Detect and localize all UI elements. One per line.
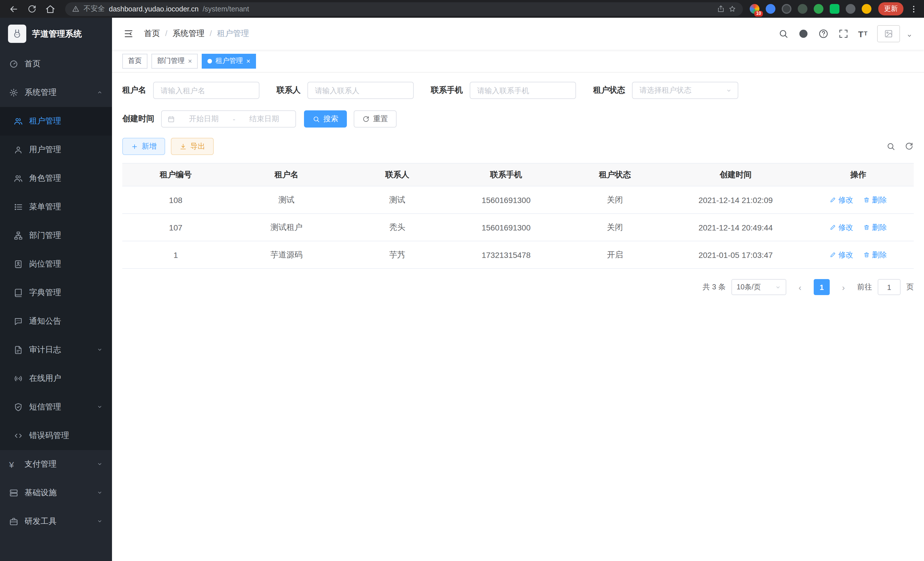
sidebar: 芋道管理系统 首页 系统管理 租户管理 (0, 18, 112, 561)
reset-button[interactable]: 重置 (354, 110, 397, 128)
chevron-down-icon (97, 488, 103, 498)
refresh-icon (362, 115, 370, 123)
table-row: 1 芋道源码 芋艿 17321315478 开启 2021-01-05 17:0… (122, 241, 914, 268)
sidebar-item-label: 基础设施 (25, 488, 57, 498)
status-select[interactable]: 请选择租户状态 (632, 82, 738, 99)
export-button[interactable]: 导出 (171, 138, 214, 155)
sidebar-item-home[interactable]: 首页 (0, 50, 112, 78)
document-icon (14, 345, 23, 355)
sidebar-item-menu[interactable]: 菜单管理 (0, 193, 112, 221)
sidebar-item-pay[interactable]: ¥ 支付管理 (0, 450, 112, 479)
tenant-name-input[interactable] (153, 82, 260, 99)
address-bar[interactable]: 不安全 dashboard.yudao.iocoder.cn/system/te… (65, 2, 743, 16)
filter-tenant-name: 租户名 (122, 82, 260, 99)
prev-page-button[interactable] (792, 279, 808, 295)
shield-icon (14, 403, 23, 412)
extension-icon-7[interactable] (846, 4, 855, 14)
extension-icon-8[interactable] (862, 4, 872, 14)
extension-icon-3[interactable] (782, 4, 791, 14)
chevron-down-icon (97, 460, 103, 469)
sidebar-item-audit[interactable]: 审计日志 (0, 336, 112, 364)
next-page-button[interactable] (836, 279, 851, 295)
chevron-up-icon (97, 88, 103, 97)
sidebar-item-role[interactable]: 角色管理 (0, 164, 112, 193)
sidebar-item-online[interactable]: 在线用户 (0, 364, 112, 393)
logo[interactable]: 芋道管理系统 (0, 18, 112, 50)
page-size-select[interactable]: 10条/页 (731, 279, 786, 295)
trash-icon (863, 252, 870, 258)
badge-icon (14, 260, 23, 269)
search-button[interactable]: 搜索 (304, 110, 347, 128)
search-icon[interactable] (778, 29, 788, 39)
contact-input[interactable] (308, 82, 414, 99)
filter-row-2: 创建时间 开始日期 - 结束日期 搜索 重置 (122, 110, 914, 128)
sidebar-item-notice[interactable]: 通知公告 (0, 307, 112, 336)
breadcrumb-system[interactable]: 系统管理 (160, 29, 205, 39)
page-size-value: 10条/页 (736, 282, 772, 292)
edit-link[interactable]: 修改 (830, 222, 853, 232)
delete-link[interactable]: 删除 (863, 222, 887, 232)
browser-home-icon[interactable] (42, 2, 58, 16)
url-path: /system/tenant (202, 5, 249, 13)
user-avatar[interactable] (877, 25, 900, 42)
github-icon[interactable] (798, 29, 808, 39)
share-icon[interactable] (717, 5, 724, 13)
sidebar-item-label: 短信管理 (29, 402, 61, 412)
extension-icon-6[interactable] (830, 4, 839, 14)
goto-page-input[interactable] (878, 279, 901, 295)
add-button[interactable]: 新增 (122, 138, 165, 155)
tab-home[interactable]: 首页 (122, 53, 147, 68)
col-header-status: 租户状态 (561, 163, 668, 186)
breadcrumb-home[interactable]: 首页 (144, 29, 160, 39)
browser-menu-icon[interactable] (909, 4, 918, 14)
sidebar-collapse-icon[interactable] (123, 29, 134, 39)
refresh-table-icon[interactable] (904, 142, 914, 151)
table-row: 107 测试租户 秃头 15601691300 关闭 2021-12-14 20… (122, 214, 914, 241)
browser-toolbar: 不安全 dashboard.yudao.iocoder.cn/system/te… (0, 0, 924, 18)
delete-link[interactable]: 删除 (863, 250, 887, 260)
edit-link[interactable]: 修改 (830, 250, 853, 260)
sidebar-item-label: 角色管理 (29, 173, 61, 183)
tab-dept[interactable]: 部门管理 (152, 53, 198, 68)
sidebar-item-errorcode[interactable]: 错误码管理 (0, 421, 112, 450)
app-frame: 芋道管理系统 首页 系统管理 租户管理 (0, 18, 924, 561)
extension-icon-2[interactable] (766, 4, 776, 14)
sidebar-item-dept[interactable]: 部门管理 (0, 221, 112, 250)
sidebar-item-user[interactable]: 用户管理 (0, 135, 112, 164)
logo-avatar (8, 25, 26, 43)
sidebar-item-label: 岗位管理 (29, 259, 61, 269)
date-range-picker[interactable]: 开始日期 - 结束日期 (161, 110, 296, 128)
delete-link[interactable]: 删除 (863, 195, 887, 205)
sidebar-item-post[interactable]: 岗位管理 (0, 250, 112, 278)
tab-tenant[interactable]: 租户管理 (202, 53, 256, 68)
help-icon[interactable] (818, 29, 828, 39)
select-placeholder: 请选择租户状态 (639, 85, 726, 96)
bookmark-star-icon[interactable] (729, 5, 736, 13)
sidebar-item-devtools[interactable]: 研发工具 (0, 507, 112, 536)
page-number-1[interactable]: 1 (814, 279, 830, 295)
extension-icon-4[interactable] (798, 4, 807, 14)
extension-icon-1[interactable]: 10 (750, 4, 759, 14)
toggle-search-icon[interactable] (886, 142, 896, 151)
phone-input[interactable] (470, 82, 576, 99)
tab-close-icon[interactable] (188, 57, 192, 64)
sidebar-item-infra[interactable]: 基础设施 (0, 479, 112, 507)
table-toolbar: 新增 导出 (122, 138, 914, 155)
avatar-caret-down-icon[interactable] (906, 31, 913, 42)
fullscreen-icon[interactable] (838, 29, 848, 39)
sidebar-item-tenant[interactable]: 租户管理 (0, 107, 112, 135)
sidebar-item-dict[interactable]: 字典管理 (0, 278, 112, 307)
browser-update-button[interactable]: 更新 (878, 2, 903, 15)
sidebar-item-label: 通知公告 (29, 316, 61, 326)
cell-name: 芋道源码 (229, 241, 344, 268)
browser-back-icon[interactable] (6, 2, 22, 16)
download-icon (179, 143, 187, 150)
edit-link[interactable]: 修改 (830, 195, 853, 205)
browser-reload-icon[interactable] (24, 2, 40, 16)
not-secure-warning-icon (72, 5, 80, 13)
tab-close-icon[interactable] (246, 57, 250, 64)
sidebar-item-sms[interactable]: 短信管理 (0, 393, 112, 421)
extension-icon-5[interactable] (814, 4, 824, 14)
sidebar-item-system[interactable]: 系统管理 (0, 78, 112, 107)
font-size-icon[interactable]: T (858, 29, 867, 38)
